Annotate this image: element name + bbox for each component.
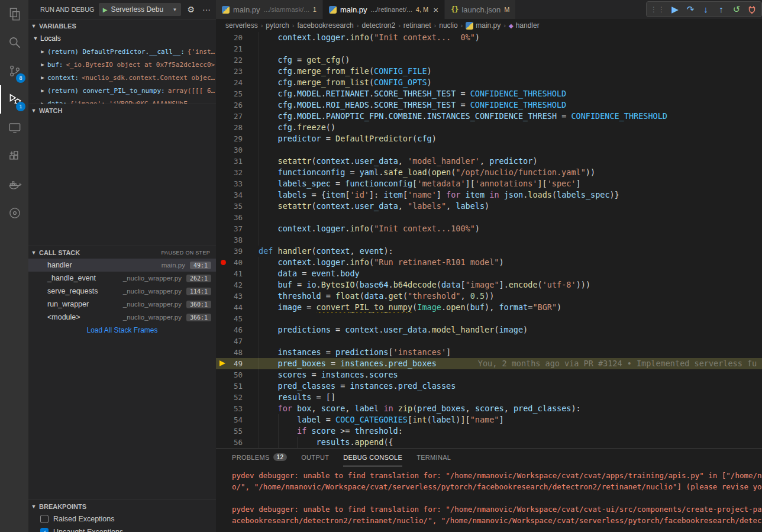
code-line[interactable]: 28 cfg.freeze()	[216, 122, 762, 133]
callstack-frame[interactable]: <module>_nuclio_wrapper.py366:1	[28, 311, 216, 324]
breadcrumb-item[interactable]: nuclio	[439, 21, 457, 30]
load-all-stack-frames-link[interactable]: Load All Stack Frames	[28, 324, 216, 337]
code-editor[interactable]: 20 context.logger.info("Init context... …	[216, 32, 762, 448]
debug-config-dropdown[interactable]: ▶ Serverless Debu ▼	[99, 3, 182, 16]
gutter[interactable]: 41	[216, 268, 259, 279]
gutter[interactable]: 39	[216, 246, 259, 257]
gutter[interactable]: 22	[216, 54, 259, 66]
gutter[interactable]: 24	[216, 77, 259, 88]
code-line[interactable]: 24 cfg.merge_from_list(CONFIG_OPTS)	[216, 77, 762, 88]
panel-tab-debug-console[interactable]: DEBUG CONSOLE	[343, 449, 402, 466]
editor-tab[interactable]: main.py.../siammask/...1	[216, 0, 323, 19]
gutter[interactable]: 32	[216, 167, 259, 178]
activity-item-remote-explorer[interactable]	[0, 114, 28, 142]
gutter[interactable]: 33	[216, 178, 259, 189]
gutter[interactable]: 37	[216, 223, 259, 234]
breakpoint-icon[interactable]	[221, 260, 226, 265]
checkbox[interactable]	[40, 515, 49, 523]
code-line[interactable]: 25 cfg.MODEL.RETINANET.SCORE_THRESH_TEST…	[216, 88, 762, 99]
more-actions-icon[interactable]: ···	[201, 5, 212, 14]
code-line[interactable]: 49 pred_boxes = instances.pred_boxesYou,…	[216, 358, 762, 369]
callstack-frame[interactable]: handlermain.py49:1	[28, 259, 216, 272]
gutter[interactable]: 47	[216, 336, 259, 347]
code-line[interactable]: 40 context.logger.info("Run retinanet-R1…	[216, 257, 762, 268]
code-line[interactable]: 29 predictor = DefaultPredictor(cfg)	[216, 133, 762, 144]
breadcrumb-item[interactable]: serverless	[225, 21, 258, 30]
gutter[interactable]: 21	[216, 43, 259, 54]
step-out-button[interactable]: ↑	[714, 2, 728, 17]
start-debugging-icon[interactable]: ▶	[103, 7, 108, 13]
code-line[interactable]: 36	[216, 212, 762, 223]
panel-tab-output[interactable]: OUTPUT	[301, 449, 329, 466]
gutter[interactable]: 49	[216, 358, 259, 369]
breadcrumb-item[interactable]: facebookresearch	[297, 21, 353, 30]
gutter[interactable]: 51	[216, 381, 259, 392]
activity-item-explorer[interactable]	[0, 0, 28, 28]
code-line[interactable]: 27 cfg.MODEL.PANOPTIC_FPN.COMBINE.INSTAN…	[216, 111, 762, 122]
gutter[interactable]: 50	[216, 369, 259, 381]
callstack-frame[interactable]: serve_requests_nuclio_wrapper.py114:1	[28, 285, 216, 298]
scope-locals[interactable]: ▼ Locals	[28, 32, 216, 45]
code-line[interactable]: 39def handler(context, event):	[216, 246, 762, 257]
code-line[interactable]: 50 scores = instances.scores	[216, 369, 762, 381]
breadcrumb-item[interactable]: retinanet	[403, 21, 431, 30]
gutter[interactable]: 53	[216, 403, 259, 414]
code-line[interactable]: 56 results.append({	[216, 437, 762, 448]
disconnect-button[interactable]	[745, 2, 759, 17]
activity-item-run-and-debug[interactable]: 1	[0, 85, 28, 114]
gutter[interactable]: 29	[216, 133, 259, 144]
debug-console-output[interactable]: pydev debugger: unable to find translati…	[216, 466, 762, 526]
gutter[interactable]: 42	[216, 279, 259, 291]
breadcrumb-item[interactable]: detectron2	[361, 21, 395, 30]
gutter[interactable]: 28	[216, 122, 259, 133]
gutter[interactable]: 45	[216, 313, 259, 324]
gutter[interactable]: 54	[216, 414, 259, 425]
gutter[interactable]: 40	[216, 257, 259, 268]
code-line[interactable]: 43 threshold = float(data.get("threshold…	[216, 291, 762, 302]
gutter[interactable]: 48	[216, 347, 259, 358]
panel-tab-terminal[interactable]: TERMINAL	[416, 449, 451, 466]
code-line[interactable]: 37 context.logger.info("Init context...1…	[216, 223, 762, 234]
step-into-button[interactable]: ↓	[699, 2, 713, 17]
continue-button[interactable]: ▶	[668, 2, 682, 17]
code-line[interactable]: 30	[216, 144, 762, 156]
breakpoint-row[interactable]: ✓Uncaught Exceptions	[28, 525, 216, 532]
code-line[interactable]: 26 cfg.MODEL.ROI_HEADS.SCORE_THRESH_TEST…	[216, 99, 762, 111]
code-line[interactable]: 21	[216, 43, 762, 54]
code-line[interactable]: 45	[216, 313, 762, 324]
editor-tab[interactable]: main.py.../retinanet/...4, M×	[323, 0, 445, 19]
gutter[interactable]: 25	[216, 88, 259, 99]
code-line[interactable]: 46 predictions = context.user_data.model…	[216, 324, 762, 336]
variable-row[interactable]: ▶(return) DefaultPredictor.__call__:{'in…	[28, 45, 216, 58]
restart-button[interactable]: ↺	[729, 2, 744, 17]
panel-tab-problems[interactable]: PROBLEMS12	[232, 449, 287, 466]
code-line[interactable]: 48 instances = predictions['instances']	[216, 347, 762, 358]
activity-item-nuclio[interactable]	[0, 199, 28, 227]
code-line[interactable]: 54 label = COCO_CATEGORIES[int(label)]["…	[216, 414, 762, 425]
breakpoint-row[interactable]: Raised Exceptions	[28, 512, 216, 525]
code-line[interactable]: 42 buf = io.BytesIO(base64.b64decode(dat…	[216, 279, 762, 291]
callstack-frame[interactable]: _handle_event_nuclio_wrapper.py262:1	[28, 272, 216, 285]
variable-row[interactable]: ▶context:<nuclio_sdk.context.Context obj…	[28, 71, 216, 84]
code-line[interactable]: 31 setattr(context.user_data, 'model_han…	[216, 156, 762, 167]
code-line[interactable]: 41 data = event.body	[216, 268, 762, 279]
gutter[interactable]: 35	[216, 201, 259, 212]
code-line[interactable]: 38	[216, 234, 762, 246]
gear-icon[interactable]: ⚙	[185, 5, 196, 14]
editor-tab[interactable]: {}launch.jsonM	[445, 0, 516, 19]
code-line[interactable]: 44 image = convert_PIL_to_numpy(Image.op…	[216, 302, 762, 313]
code-line[interactable]: 35 setattr(context.user_data, "labels", …	[216, 201, 762, 212]
gutter[interactable]: 38	[216, 234, 259, 246]
gutter[interactable]: 20	[216, 32, 259, 43]
callstack-frame[interactable]: run_wrapper_nuclio_wrapper.py360:1	[28, 298, 216, 311]
close-icon[interactable]: ×	[433, 5, 438, 14]
breadcrumb-item[interactable]: main.py	[466, 21, 501, 30]
gutter[interactable]: 34	[216, 189, 259, 201]
gutter[interactable]: 31	[216, 156, 259, 167]
gutter[interactable]: 55	[216, 425, 259, 437]
code-line[interactable]: 23 cfg.merge_from_file(CONFIG_FILE)	[216, 66, 762, 77]
activity-item-source-control[interactable]: 8	[0, 57, 28, 85]
checkbox[interactable]: ✓	[40, 528, 49, 532]
code-line[interactable]: 47	[216, 336, 762, 347]
variable-row[interactable]: ▶buf:<_io.BytesIO object at 0x7f5a2dc1ec…	[28, 58, 216, 71]
